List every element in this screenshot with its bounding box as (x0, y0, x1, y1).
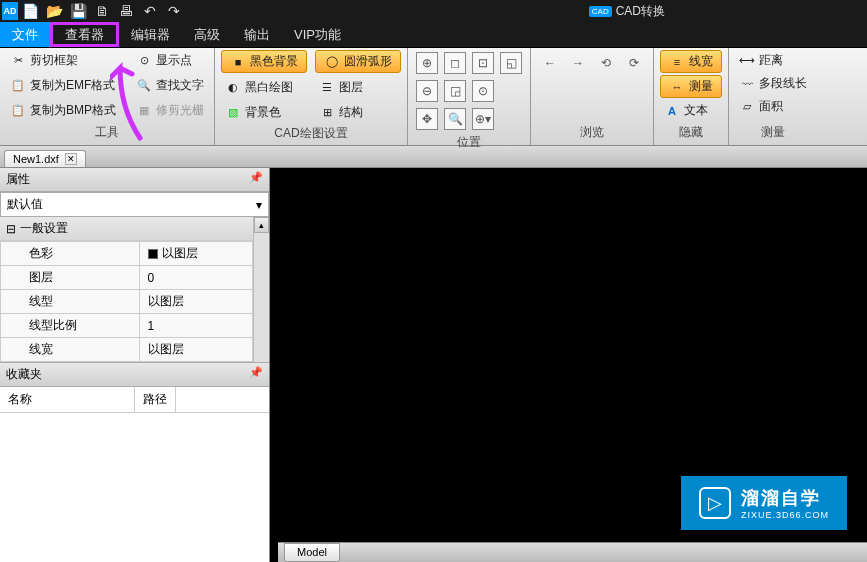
color-icon: ▧ (225, 105, 241, 121)
col-path[interactable]: 路径 (135, 387, 176, 412)
zoom-extents-icon[interactable]: ◱ (500, 52, 522, 74)
cut-icon: ✂ (10, 53, 26, 69)
menu-viewer[interactable]: 查看器 (50, 22, 119, 47)
nav-up-icon[interactable]: ⟲ (595, 52, 617, 74)
cad-convert-label[interactable]: CAD转换 (616, 3, 665, 20)
copy-bmp-button[interactable]: 📋复制为BMP格式 (6, 100, 120, 121)
ribbon-group-browse: ← → ⟲ ⟳ 浏览 (531, 48, 654, 145)
find-text-button[interactable]: 🔍查找文字 (132, 75, 208, 96)
menu-file[interactable]: 文件 (0, 22, 50, 47)
linewidth-button[interactable]: ≡线宽 (660, 50, 722, 73)
bw-icon: ◐ (225, 80, 241, 96)
bw-draw-button[interactable]: ◐黑白绘图 (221, 77, 307, 98)
col-name[interactable]: 名称 (0, 387, 135, 412)
watermark-sub: ZIXUE.3D66.COM (741, 510, 829, 520)
bmp-icon: 📋 (10, 103, 26, 119)
table-row[interactable]: 线型以图层 (1, 290, 253, 314)
menu-output[interactable]: 输出 (232, 22, 282, 47)
menu-editor[interactable]: 编辑器 (119, 22, 182, 47)
trim-icon: ▦ (136, 103, 152, 119)
collapse-icon: ⊟ (6, 222, 16, 236)
zoom-in-icon[interactable]: ⊕ (416, 52, 438, 74)
menu-vip[interactable]: VIP功能 (282, 22, 353, 47)
props-header: 属性 📌 (0, 168, 269, 192)
polyline-button[interactable]: 〰多段线长 (735, 73, 811, 94)
document-tab[interactable]: New1.dxf ✕ (4, 150, 86, 167)
layer-icon: ☰ (319, 80, 335, 96)
ribbon-group-position: ⊕ ◻ ⊡ ◱ ⊖ ◲ ⊙ ✥ 🔍 ⊕▾ 位置 (408, 48, 531, 145)
area-icon: ▱ (739, 99, 755, 115)
distance-icon: ⟷ (739, 53, 755, 69)
group-label-tools: 工具 (6, 122, 208, 143)
props-table: 色彩以图层 图层0 线型以图层 线型比例1 线宽以图层 (0, 241, 253, 362)
model-tab[interactable]: Model (284, 543, 340, 562)
favorites-header: 收藏夹 📌 (0, 362, 269, 387)
ribbon-group-hide: ≡线宽 ↔测量 A文本 隐藏 (654, 48, 729, 145)
text-button[interactable]: A文本 (660, 100, 722, 121)
distance-button[interactable]: ⟷距离 (735, 50, 811, 71)
new-icon[interactable]: 📄 (18, 2, 42, 20)
zoom-prev-icon[interactable]: ◲ (444, 80, 466, 102)
nav-right-icon[interactable]: → (567, 52, 589, 74)
save-as-icon[interactable]: 🗎 (90, 2, 114, 20)
layer-button[interactable]: ☰图层 (315, 77, 401, 98)
props-section[interactable]: ⊟ 一般设置 (0, 217, 269, 241)
nav-down-icon[interactable]: ⟳ (623, 52, 645, 74)
props-selector[interactable]: 默认值 ▾ (0, 192, 269, 217)
group-label-browse: 浏览 (537, 122, 647, 143)
linewidth-icon: ≡ (669, 54, 685, 70)
close-tab-icon[interactable]: ✕ (65, 153, 77, 165)
structure-button[interactable]: ⊞结构 (315, 102, 401, 123)
save-icon[interactable]: 💾 (66, 2, 90, 20)
group-label-hide: 隐藏 (660, 122, 722, 143)
favorites-title: 收藏夹 (6, 366, 42, 383)
open-icon[interactable]: 📂 (42, 2, 66, 20)
cut-frame-button[interactable]: ✂剪切框架 (6, 50, 120, 71)
point-icon: ⊙ (136, 53, 152, 69)
zoom-out-icon[interactable]: ⊖ (416, 80, 438, 102)
pin-icon[interactable]: 📌 (249, 171, 263, 188)
table-row[interactable]: 色彩以图层 (1, 242, 253, 266)
smooth-arc-button[interactable]: ◯圆滑弧形 (315, 50, 401, 73)
print-icon[interactable]: 🖶 (114, 2, 138, 20)
bg-icon: ■ (230, 54, 246, 70)
props-scroll: ⊟ 一般设置 色彩以图层 图层0 线型以图层 线型比例1 线宽以图层 ▴ (0, 217, 269, 362)
tab-name: New1.dxf (13, 153, 59, 165)
zoom-dynamic-icon[interactable]: ⊕▾ (472, 108, 494, 130)
scrollbar[interactable]: ▴ (253, 217, 269, 362)
table-row[interactable]: 线型比例1 (1, 314, 253, 338)
scroll-up-icon[interactable]: ▴ (254, 217, 269, 233)
measure-button[interactable]: ↔测量 (660, 75, 722, 98)
zoom-window-icon[interactable]: ⊡ (472, 52, 494, 74)
ribbon: ✂剪切框架 📋复制为EMF格式 📋复制为BMP格式 ⊙显示点 🔍查找文字 ▦修剪… (0, 48, 867, 146)
menu-advanced[interactable]: 高级 (182, 22, 232, 47)
table-row[interactable]: 图层0 (1, 266, 253, 290)
menu-bar: 文件 查看器 编辑器 高级 输出 VIP功能 (0, 22, 867, 48)
area-button[interactable]: ▱面积 (735, 96, 811, 117)
zoom-realtime-icon[interactable]: 🔍 (444, 108, 466, 130)
bg-color-button[interactable]: ▧背景色 (221, 102, 307, 123)
chevron-down-icon: ▾ (256, 198, 262, 212)
model-tab-bar: Model (278, 542, 867, 562)
copy-emf-button[interactable]: 📋复制为EMF格式 (6, 75, 120, 96)
quick-access-toolbar: AD 📄 📂 💾 🗎 🖶 ↶ ↷ CAD CAD转换 (0, 0, 867, 22)
play-icon: ▷ (699, 487, 731, 519)
zoom-scale-icon[interactable]: ⊙ (472, 80, 494, 102)
color-swatch (148, 249, 158, 259)
measure-icon: ↔ (669, 79, 685, 95)
emf-icon: 📋 (10, 78, 26, 94)
nav-left-icon[interactable]: ← (539, 52, 561, 74)
black-bg-button[interactable]: ■黑色背景 (221, 50, 307, 73)
app-logo[interactable]: AD (2, 2, 18, 20)
redo-icon[interactable]: ↷ (162, 2, 186, 20)
undo-icon[interactable]: ↶ (138, 2, 162, 20)
search-icon: 🔍 (136, 78, 152, 94)
arc-icon: ◯ (324, 54, 340, 70)
zoom-fit-icon[interactable]: ◻ (444, 52, 466, 74)
table-row[interactable]: 线宽以图层 (1, 338, 253, 362)
pin-icon[interactable]: 📌 (249, 366, 263, 383)
show-point-button[interactable]: ⊙显示点 (132, 50, 208, 71)
text-icon: A (664, 103, 680, 119)
pan-icon[interactable]: ✥ (416, 108, 438, 130)
favorites-body (0, 413, 269, 562)
